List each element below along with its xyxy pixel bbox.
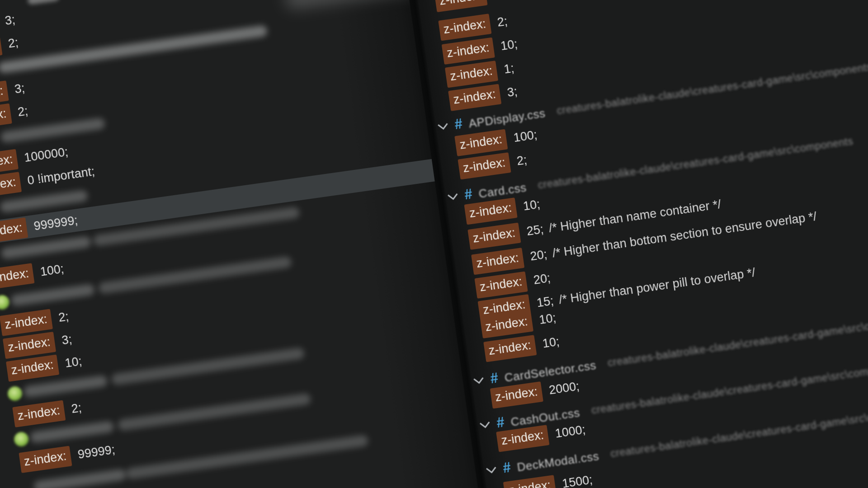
- match-highlight: z-index:: [458, 152, 511, 179]
- left-panel[interactable]: z-index: 3;z-index: 2;z-index: 3;z-index…: [0, 0, 487, 488]
- redacted-file-name-blob: [33, 469, 127, 488]
- match-value: 999999;: [29, 213, 78, 234]
- match-value: 10;: [61, 354, 83, 371]
- match-value: 99999;: [74, 442, 116, 462]
- match-value: 10;: [496, 37, 519, 54]
- css-file-icon: #: [489, 370, 499, 387]
- match-value: 3;: [10, 81, 26, 97]
- match-highlight: z-index:: [434, 0, 487, 12]
- match-value: 100000;: [20, 145, 69, 165]
- match-value: 100;: [36, 262, 65, 279]
- chevron-down-icon: [480, 418, 490, 428]
- rotated-stage: z-index: 3;z-index: 2;z-index: 3;z-index…: [0, 0, 868, 488]
- green-dot-file-icon: [0, 294, 10, 310]
- match-value: 10;: [535, 311, 557, 328]
- match-value: 2;: [4, 35, 19, 51]
- right-panel[interactable]: z-index: 2;z-index: 2;z-index: 10;z-inde…: [408, 0, 868, 488]
- match-value: 20;: [526, 247, 548, 264]
- match-value: 2;: [14, 104, 29, 120]
- match-value: 10;: [538, 334, 561, 351]
- match-value: 3;: [57, 332, 73, 348]
- match-value: 2;: [54, 310, 70, 325]
- match-value: 2;: [513, 153, 528, 169]
- match-value: 100;: [509, 128, 538, 145]
- chevron-down-icon: [438, 120, 448, 130]
- css-file-icon: #: [495, 414, 505, 431]
- match-value: 25;: [523, 222, 545, 239]
- match-value: 1000;: [551, 422, 586, 441]
- css-file-icon: #: [463, 186, 473, 203]
- match-value: 2;: [493, 14, 509, 30]
- chevron-down-icon: [486, 463, 496, 473]
- match-value: 20;: [529, 271, 552, 288]
- css-file-icon: #: [502, 459, 512, 476]
- match-value: 1500;: [558, 473, 594, 488]
- match-highlight: z-index:: [0, 263, 34, 290]
- screenshot-viewport: z-index: 3;z-index: 2;z-index: 3;z-index…: [0, 0, 868, 488]
- match-value: 2;: [489, 0, 505, 1]
- match-highlight: z-index:: [438, 14, 491, 41]
- match-value: 1;: [500, 61, 515, 77]
- chevron-down-icon: [448, 190, 458, 200]
- match-value: 2000;: [545, 379, 580, 398]
- match-value: 3;: [503, 84, 518, 100]
- match-highlight: z-index:: [483, 335, 537, 362]
- chevron-down-icon: [473, 374, 483, 384]
- green-dot-file-icon: [7, 385, 23, 402]
- css-file-icon: #: [453, 116, 463, 133]
- match-highlight: z-index:: [448, 84, 501, 111]
- match-value: 10;: [519, 197, 541, 214]
- match-value: 3;: [1, 13, 16, 28]
- green-dot-file-icon: [13, 431, 29, 447]
- match-value: 2;: [67, 401, 82, 417]
- match-highlight: z-index:: [471, 248, 524, 275]
- match-highlight: z-index:: [467, 222, 521, 249]
